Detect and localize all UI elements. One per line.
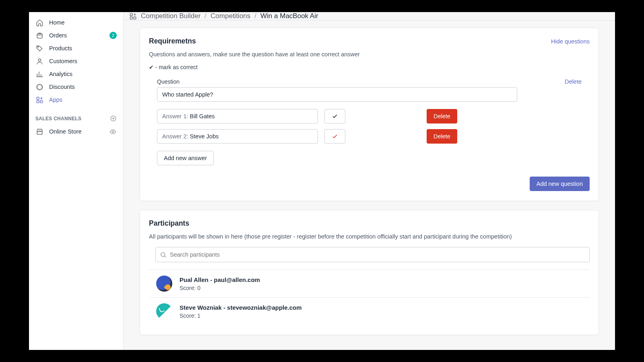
- delete-answer-1[interactable]: Delete: [427, 109, 457, 123]
- sidebar-item-customers[interactable]: Customers: [29, 55, 123, 68]
- breadcrumb-c: Win a MacBook Air: [260, 12, 318, 20]
- participant-name: Pual Allen - paul@allen.com: [180, 276, 260, 283]
- requirements-card: Requiremetns Hide questions Questions an…: [140, 28, 599, 201]
- user-icon: [35, 57, 43, 65]
- svg-point-8: [112, 131, 114, 132]
- sidebar-item-products[interactable]: Products: [29, 42, 123, 55]
- discount-icon: [35, 83, 43, 91]
- participant-name: Steve Wozniak - stevewozniak@apple.com: [180, 304, 302, 311]
- avatar: [156, 276, 172, 292]
- sidebar-label-products: Products: [49, 45, 117, 51]
- mark-correct-1[interactable]: [324, 109, 345, 123]
- sidebar-label-apps: Apps: [49, 97, 117, 103]
- add-question-button[interactable]: Add new question: [530, 177, 590, 191]
- sidebar-label-orders: Orders: [49, 32, 104, 39]
- requirements-subtitle: Questions and answers, make sure the que…: [149, 51, 590, 58]
- mark-correct-2[interactable]: [324, 129, 345, 144]
- breadcrumb-a[interactable]: Competition Builder: [141, 12, 200, 20]
- answer-row-2: Answer 2: Steve Jobs Delete: [157, 129, 582, 144]
- participant-score: Score: 1: [180, 313, 302, 319]
- answer-prefix-2: Answer 2:: [162, 133, 188, 140]
- orders-icon: [35, 31, 43, 39]
- svg-rect-4: [37, 97, 39, 99]
- svg-rect-11: [134, 17, 136, 19]
- participants-card: Participants All participants will be sh…: [140, 210, 599, 335]
- svg-point-1: [37, 46, 38, 47]
- sidebar-item-analytics[interactable]: Analytics: [29, 68, 123, 80]
- answer-value-1: Bill Gates: [190, 113, 215, 119]
- delete-question-link[interactable]: Delete: [565, 78, 582, 85]
- breadcrumb-b[interactable]: Competitions: [211, 12, 250, 20]
- svg-point-2: [38, 59, 41, 61]
- participant-score: Score: 0: [180, 285, 260, 291]
- participant-row-1[interactable]: Pual Allen - paul@allen.com Score: 0: [149, 269, 590, 297]
- avatar: [156, 303, 172, 319]
- participants-search-input[interactable]: [167, 251, 585, 258]
- apps-icon: [35, 96, 43, 104]
- sidebar-label-discounts: Discounts: [49, 84, 117, 90]
- answer-prefix-1: Answer 1:: [162, 113, 188, 119]
- svg-point-12: [161, 252, 165, 256]
- sidebar-item-apps[interactable]: Apps: [29, 93, 123, 106]
- svg-rect-5: [37, 101, 39, 103]
- sidebar-item-online-store[interactable]: Online Store: [29, 125, 123, 138]
- answer-input-1[interactable]: Answer 1: Bill Gates: [157, 109, 318, 123]
- requirements-title: Requiremetns: [149, 37, 196, 45]
- sales-channels-label: SALES CHANNELS: [35, 116, 81, 121]
- sidebar-label-analytics: Analytics: [49, 71, 117, 77]
- sidebar-item-discounts[interactable]: Discounts: [29, 80, 123, 93]
- home-icon: [35, 19, 43, 27]
- participants-title: Participants: [149, 219, 590, 228]
- sidebar-label-online-store: Online Store: [49, 128, 103, 135]
- answer-row-1: Answer 1: Bill Gates Delete: [157, 109, 582, 123]
- analytics-icon: [35, 70, 43, 78]
- participants-search[interactable]: [155, 247, 590, 262]
- question-input[interactable]: [157, 87, 517, 102]
- svg-rect-6: [40, 101, 43, 103]
- sidebar-item-home[interactable]: Home: [29, 16, 123, 29]
- correct-hint: ✔ - mark as correct: [149, 64, 590, 70]
- store-icon: [35, 128, 43, 136]
- answer-input-2[interactable]: Answer 2: Steve Jobs: [157, 129, 318, 144]
- delete-answer-2[interactable]: Delete: [427, 129, 457, 144]
- participant-row-2[interactable]: Steve Wozniak - stevewozniak@apple.com S…: [149, 297, 590, 325]
- svg-rect-9: [130, 13, 132, 16]
- participants-subtitle: All participants will be shown in here (…: [149, 233, 590, 240]
- tag-icon: [35, 44, 43, 52]
- view-store-icon[interactable]: [109, 128, 117, 135]
- add-channel-icon[interactable]: [110, 115, 117, 122]
- search-icon: [160, 251, 167, 258]
- orders-badge: 2: [109, 32, 117, 39]
- sidebar-label-home: Home: [49, 19, 117, 26]
- svg-rect-0: [37, 33, 42, 38]
- sidebar-label-customers: Customers: [49, 58, 117, 64]
- breadcrumb-apps-icon: [129, 12, 137, 20]
- breadcrumb-sep-2: /: [254, 12, 256, 20]
- svg-rect-10: [130, 17, 132, 19]
- breadcrumb: Competition Builder / Competitions / Win…: [124, 12, 615, 21]
- sales-channels-heading: SALES CHANNELS: [29, 106, 123, 125]
- add-answer-button[interactable]: Add new answer: [157, 151, 214, 165]
- sidebar-item-orders[interactable]: Orders 2: [29, 29, 123, 42]
- hide-questions-link[interactable]: Hide questions: [551, 38, 590, 45]
- answer-value-2: Steve Jobs: [190, 133, 219, 140]
- sidebar: Home Orders 2 Products Customers Analy: [29, 12, 124, 350]
- question-label: Question: [157, 78, 180, 85]
- breadcrumb-sep-1: /: [204, 12, 206, 20]
